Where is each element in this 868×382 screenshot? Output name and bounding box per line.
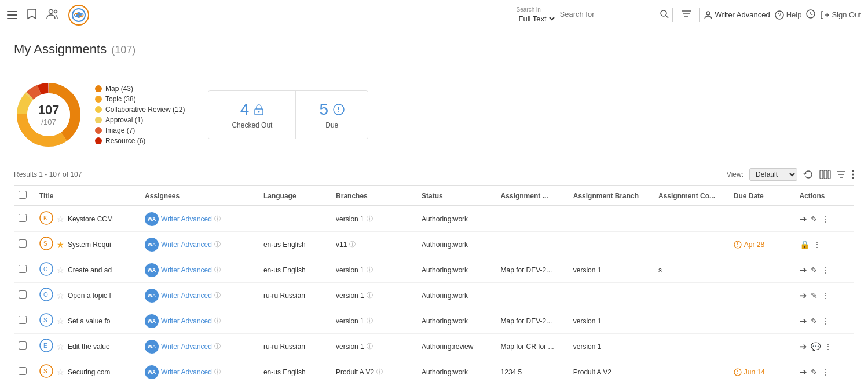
star-icon[interactable]: ☆ xyxy=(57,368,64,377)
info-icon[interactable]: ⓘ xyxy=(214,291,221,300)
row-checkbox[interactable] xyxy=(19,214,27,222)
signout-label: Sign Out xyxy=(832,10,861,19)
arrow-action-icon[interactable]: ➔ xyxy=(800,290,807,301)
branch-info-icon[interactable]: ⓘ xyxy=(367,265,373,274)
svg-text:S: S xyxy=(43,368,47,374)
more-row-icon[interactable]: ⋮ xyxy=(821,265,829,275)
arrow-action-icon[interactable]: ➔ xyxy=(800,316,807,326)
more-row-icon[interactable]: ⋮ xyxy=(821,214,829,224)
branch-info-icon[interactable]: ⓘ xyxy=(376,368,383,376)
row-checkbox-cell xyxy=(14,257,35,283)
exclamation-circle-icon xyxy=(333,104,345,115)
branch-info-icon[interactable]: ⓘ xyxy=(367,214,373,223)
time-icon[interactable] xyxy=(806,9,815,20)
arrow-action-icon[interactable]: ➔ xyxy=(800,265,807,275)
row-checkbox[interactable] xyxy=(19,265,27,273)
assignee-name[interactable]: Writer Advanced xyxy=(161,368,212,376)
donut-center: 107 /107 xyxy=(38,103,60,127)
menu-button[interactable] xyxy=(7,11,17,19)
assignee-name[interactable]: Writer Advanced xyxy=(161,317,212,325)
svg-point-38 xyxy=(852,177,854,179)
assignee-name[interactable]: Writer Advanced xyxy=(161,241,212,249)
donut-num: 107 xyxy=(38,103,60,118)
svg-point-58 xyxy=(737,373,738,374)
row-checkbox[interactable] xyxy=(19,341,27,350)
columns-icon[interactable] xyxy=(819,170,831,179)
star-icon[interactable]: ☆ xyxy=(57,265,64,275)
more-options-icon[interactable] xyxy=(852,170,854,179)
table-row: O ☆ Open a topic f WA Writer Advanced ⓘ … xyxy=(14,283,854,308)
row-checkbox-cell xyxy=(14,359,35,383)
more-row-icon[interactable]: ⋮ xyxy=(813,240,821,249)
row-checkbox[interactable] xyxy=(19,316,27,324)
assignee-badge: WA xyxy=(145,212,159,226)
row-checkbox[interactable] xyxy=(19,290,27,299)
row-assign-co-cell xyxy=(654,334,729,359)
user-icon[interactable]: Writer Advanced xyxy=(704,10,770,20)
arrow-action-icon[interactable]: ➔ xyxy=(800,214,807,224)
row-checkbox[interactable] xyxy=(19,367,27,375)
assignee-name[interactable]: Writer Advanced xyxy=(161,215,212,223)
branch-info-icon[interactable]: ⓘ xyxy=(367,342,373,351)
assignee-name[interactable]: Writer Advanced xyxy=(161,343,212,351)
more-row-icon[interactable]: ⋮ xyxy=(821,291,829,300)
branch-info-icon[interactable]: ⓘ xyxy=(367,291,373,300)
pencil-action-icon[interactable]: ✎ xyxy=(811,316,818,326)
search-button[interactable] xyxy=(660,9,669,20)
star-icon[interactable]: ★ xyxy=(57,240,64,249)
info-icon[interactable]: ⓘ xyxy=(214,240,221,249)
info-icon[interactable]: ⓘ xyxy=(214,214,221,223)
branch-value: version 1 xyxy=(336,266,364,274)
branch-info-icon[interactable]: ⓘ xyxy=(367,316,373,325)
row-assign-branch-cell: version 1 xyxy=(569,308,654,334)
row-assign-co-cell: s xyxy=(654,257,729,283)
info-icon[interactable]: ⓘ xyxy=(214,316,221,325)
star-icon[interactable]: ☆ xyxy=(57,214,64,224)
row-due-cell xyxy=(729,334,795,359)
row-title-cell: S ★ System Requi xyxy=(35,232,140,257)
row-branches-cell: version 1 ⓘ xyxy=(331,257,417,283)
svg-text:C: C xyxy=(43,266,47,272)
assignee-name[interactable]: Writer Advanced xyxy=(161,266,212,274)
more-row-icon[interactable]: ⋮ xyxy=(821,316,829,326)
row-due-cell: Jun 14 xyxy=(729,359,795,383)
pencil-action-icon[interactable]: ✎ xyxy=(811,291,818,300)
more-row-icon[interactable]: ⋮ xyxy=(821,368,829,377)
donut-denom: /107 xyxy=(38,118,60,127)
svg-text:K: K xyxy=(43,215,47,221)
view-label: View: xyxy=(727,170,744,179)
row-assign-co-cell xyxy=(654,308,729,334)
lock-action-icon[interactable]: 🔒 xyxy=(800,240,810,249)
branch-info-icon[interactable]: ⓘ xyxy=(349,240,356,249)
filter-options-icon[interactable] xyxy=(681,9,691,20)
row-due-cell xyxy=(729,257,795,283)
search-type-dropdown[interactable]: Full Text Title xyxy=(517,14,556,24)
filter-icon[interactable] xyxy=(837,170,846,179)
arrow-action-icon[interactable]: ➔ xyxy=(800,367,807,377)
pencil-action-icon[interactable]: ✎ xyxy=(811,265,818,275)
users-icon[interactable] xyxy=(46,9,59,21)
select-all-checkbox[interactable] xyxy=(19,191,27,199)
donut-section: 107 /107 Map (43) Topic (38) Collaborati… xyxy=(14,80,185,150)
view-select[interactable]: Default Compact xyxy=(749,168,797,181)
help-button[interactable]: ? Help xyxy=(775,10,802,20)
more-row-icon[interactable]: ⋮ xyxy=(824,342,832,351)
refresh-icon[interactable] xyxy=(803,169,814,180)
search-type-select[interactable]: Full Text Title xyxy=(517,14,556,24)
bookmark-icon[interactable] xyxy=(27,8,37,21)
pencil-action-icon[interactable]: ✎ xyxy=(811,214,818,224)
star-icon[interactable]: ☆ xyxy=(57,291,64,300)
info-icon[interactable]: ⓘ xyxy=(214,368,221,376)
assignee-name[interactable]: Writer Advanced xyxy=(161,292,212,300)
search-input[interactable] xyxy=(560,10,653,19)
info-icon[interactable]: ⓘ xyxy=(214,342,221,351)
signout-button[interactable]: Sign Out xyxy=(820,10,861,20)
arrow-action-icon[interactable]: ➔ xyxy=(800,341,807,352)
comment-action-icon[interactable]: 💬 xyxy=(811,342,821,351)
star-icon[interactable]: ☆ xyxy=(57,316,64,326)
pencil-action-icon[interactable]: ✎ xyxy=(811,368,818,377)
star-icon[interactable]: ☆ xyxy=(57,342,64,351)
row-branches-cell: v11 ⓘ xyxy=(331,232,417,257)
row-checkbox[interactable] xyxy=(19,239,27,248)
info-icon[interactable]: ⓘ xyxy=(214,265,221,274)
